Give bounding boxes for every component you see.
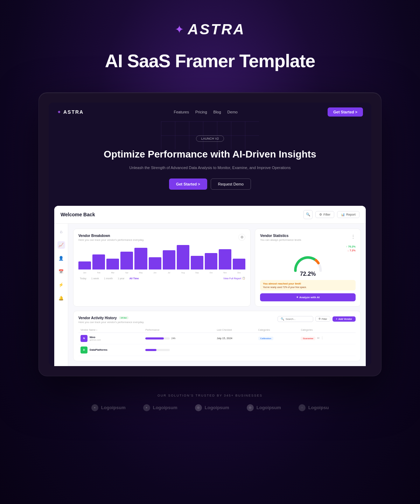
- dashboard-header: Welcome Back 🔍 ⚙ Filter 📊 Report: [54, 206, 366, 224]
- table-row: D DataPlatforms: [78, 344, 356, 356]
- time-filter-1-year[interactable]: 1 year: [116, 276, 126, 280]
- logo-text-1: Logoipsum: [101, 405, 126, 410]
- bar-label-item: Feb: [92, 272, 105, 274]
- nav-link-pricing[interactable]: Pricing: [195, 110, 207, 114]
- category-badge-red: Guarantee: [301, 337, 315, 340]
- activity-badge: 14 list: [119, 316, 128, 319]
- chart-footer: Today1 week1 month1 yearAll Time View Fu…: [78, 276, 245, 280]
- performance-bar: [145, 337, 170, 340]
- sidebar-bolt-icon[interactable]: ⚡: [57, 281, 65, 289]
- logo-text-2: Logoipsum: [153, 405, 177, 410]
- sidebar-calendar-icon[interactable]: 📅: [57, 268, 65, 275]
- activity-title-text: Vendor Activity History: [78, 316, 117, 320]
- nav-links: Features Pricing Blog Demo: [174, 110, 238, 114]
- nav-cta-button[interactable]: Get Started >: [328, 107, 363, 117]
- col-performance: Performance: [143, 327, 215, 333]
- vendor2-name-cell: D DataPlatforms: [78, 344, 143, 356]
- report-icon: 📊: [341, 213, 345, 216]
- sidebar-home-icon[interactable]: ⌂: [57, 228, 65, 236]
- vendor2-categories: [256, 344, 299, 356]
- time-filters: Today1 week1 month1 yearAll Time: [78, 276, 140, 280]
- logo-icon-3: ◎: [195, 404, 202, 411]
- logo-item-1: ● Logoipsum: [91, 404, 126, 411]
- vendor2-performance-fill: [145, 349, 156, 351]
- filter-button[interactable]: ⚙ Filter: [315, 211, 334, 218]
- view-full-icon: 📋: [242, 277, 245, 280]
- add-vendor-icon: +: [336, 318, 337, 320]
- bar-label-item: Dec: [233, 272, 245, 274]
- hero-get-started-button[interactable]: Get Started >: [169, 178, 207, 190]
- hero-request-demo-button[interactable]: Request Demo: [211, 178, 251, 190]
- time-filter-1-month[interactable]: 1 month: [103, 276, 114, 280]
- chart-settings-icon[interactable]: ⚙: [238, 234, 245, 241]
- bar-label-item: Apr: [120, 272, 133, 274]
- bar-item: [233, 259, 245, 270]
- vendor2-performance-cell: [143, 344, 215, 356]
- search-input[interactable]: [286, 318, 310, 320]
- activity-filter-icon: ⚙: [318, 317, 321, 320]
- activity-title-group: Vendor Activity History 14 list Here you…: [78, 316, 144, 324]
- time-filter-today[interactable]: Today: [78, 276, 88, 280]
- stats-percentages: ↑ 70.2% ↓ 7.2%: [260, 245, 356, 252]
- bar-item: [163, 250, 175, 269]
- categories-cell: Calibration: [256, 332, 299, 344]
- performance-fill: [145, 337, 164, 340]
- chart-subtitle: Here you can track your vendor's perform…: [78, 238, 144, 241]
- bar-item: [177, 245, 189, 270]
- bar-label-item: Aug: [177, 272, 189, 274]
- search-icon: 🔍: [281, 317, 284, 321]
- app-inner: ✦ ASTRA Features Pricing Blog Demo Get S…: [49, 103, 371, 366]
- bar-item: [149, 257, 161, 270]
- analyze-ai-button[interactable]: ✦ Analyze with AI: [260, 293, 356, 301]
- last-checked-cell: July 15, 2024: [215, 332, 256, 344]
- view-full-text: View Full Report: [223, 277, 241, 280]
- vendor-breakdown-card: Vendor Breakdown Here you can track your…: [73, 229, 251, 307]
- table-row: N Nivo getnivo.com: [78, 332, 356, 344]
- stats-title-group: Vendor Statistics You can always perform…: [260, 234, 301, 241]
- logo-icon-5: ○: [299, 404, 306, 411]
- performance-cell: 24h: [143, 332, 215, 344]
- sidebar-bell-icon[interactable]: 🔔: [57, 294, 65, 302]
- performance-score: 24h: [171, 337, 175, 340]
- bar-item: [106, 259, 119, 270]
- limit-warning-title: You almost reached your limit!: [263, 282, 353, 285]
- add-vendor-button[interactable]: + Add Vendor: [332, 316, 356, 322]
- vendor2-performance-bar: [145, 349, 170, 351]
- col-categories: Categories: [256, 327, 299, 333]
- page-title: AI SaaS Framer Template: [105, 50, 315, 71]
- logo-icon-1: ●: [91, 404, 98, 411]
- report-button[interactable]: 📊 Report: [337, 211, 359, 218]
- stats-subtitle: You can always performance levels: [260, 238, 301, 241]
- nav-logo-text: ASTRA: [63, 109, 84, 115]
- search-icon-button[interactable]: 🔍: [303, 210, 313, 219]
- bar-label-item: Mar: [106, 272, 119, 274]
- vendor2-name: DataPlatforms: [90, 348, 107, 351]
- nav-link-demo[interactable]: Demo: [227, 110, 238, 114]
- dashboard-main: Vendor Breakdown Here you can track your…: [68, 224, 366, 366]
- limit-warning-text: You've nearly used 72% of your free spac…: [263, 286, 353, 288]
- nav-link-features[interactable]: Features: [174, 110, 189, 114]
- view-full-report-link[interactable]: View Full Report 📋: [223, 277, 245, 280]
- vendor-avatar: N: [80, 335, 88, 342]
- sidebar-user-icon[interactable]: 👤: [57, 254, 65, 262]
- bar-label-item: Jan: [78, 272, 91, 274]
- nav-logo: ✦ ASTRA: [57, 109, 84, 115]
- stats-more-icon[interactable]: ⋮: [351, 234, 356, 239]
- row-edit-icon[interactable]: ✏: [317, 336, 320, 340]
- time-filter-1-week[interactable]: 1 week: [90, 276, 100, 280]
- stat-pct-down: ↓ 7.2%: [260, 249, 356, 252]
- trusted-section: OUR SOLUTION'S TRUSTED BY 345+ BUSINESSE…: [38, 394, 382, 411]
- activity-filter-button[interactable]: ⚙ Filter: [315, 316, 330, 322]
- time-filter-all-time[interactable]: All Time: [128, 276, 140, 280]
- vendor2-last-checked: [215, 344, 256, 356]
- charts-row: Vendor Breakdown Here you can track your…: [73, 229, 361, 307]
- stat-pct-up: ↑ 70.2%: [260, 245, 356, 248]
- sidebar-chart-icon[interactable]: 📈: [57, 241, 65, 249]
- hero-title: Optimize Performance with AI-Driven Insi…: [63, 148, 357, 161]
- search-box: 🔍: [278, 316, 313, 322]
- row-more-icon[interactable]: ⋮: [321, 336, 324, 340]
- col-last-checked: Last Checked: [215, 327, 256, 333]
- limit-warning: You almost reached your limit! You've ne…: [260, 280, 356, 290]
- bar-label-item: Sep: [191, 272, 203, 274]
- nav-link-blog[interactable]: Blog: [214, 110, 221, 114]
